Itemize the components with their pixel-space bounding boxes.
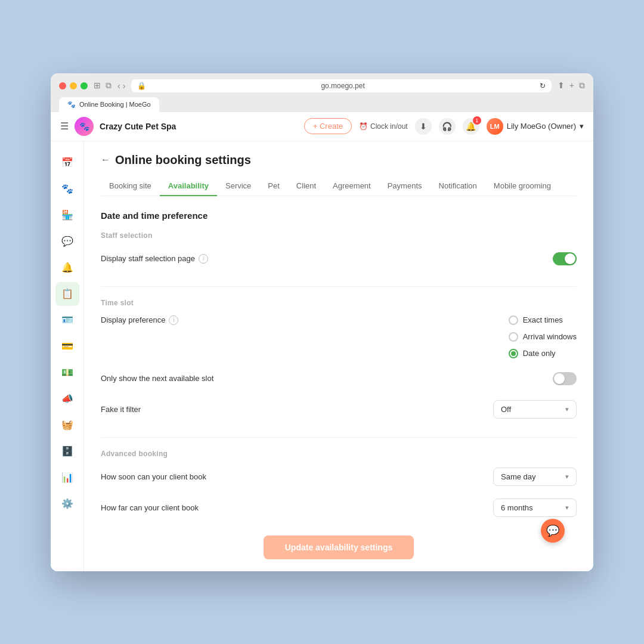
sidebar-toggle-icon[interactable]: ⊞ <box>94 80 101 91</box>
sidebar-item-dollar[interactable]: 💵 <box>55 361 79 385</box>
fake-it-filter-row: Fake it filter Off ▾ <box>101 399 577 420</box>
sidebar: 📅 🐾 🏪 💬 🔔 📋 🪪 💳 💵 📣 🧺 🗄️ 📊 ⚙️ <box>51 141 84 571</box>
radio-btn-exact-times[interactable] <box>509 315 518 325</box>
next-available-label: Only show the next available slot <box>101 374 213 383</box>
update-btn-row: Update availability settings <box>101 535 577 559</box>
sidebar-item-store[interactable]: 🏪 <box>55 203 79 227</box>
maximize-button[interactable] <box>80 82 88 89</box>
tabs-icon[interactable]: ⧉ <box>579 80 585 91</box>
radio-btn-date-only[interactable] <box>509 349 518 358</box>
section-title: Date and time preference <box>101 210 577 221</box>
new-tab-icon[interactable]: + <box>569 80 574 91</box>
sidebar-item-chart[interactable]: 📊 <box>55 466 79 490</box>
fake-it-filter-label: Fake it filter <box>101 405 141 414</box>
minimize-button[interactable] <box>70 82 77 89</box>
main-content: ← Online booking settings Booking site A… <box>84 141 593 571</box>
menu-icon[interactable]: ☰ <box>60 120 69 132</box>
radio-date-only[interactable]: Date only <box>509 349 577 358</box>
how-far-value: 6 months <box>501 503 532 512</box>
dropdown-arrow-icon: ▾ <box>565 405 569 413</box>
sidebar-item-bell[interactable]: 🔔 <box>55 256 79 280</box>
traffic-lights[interactable] <box>59 82 88 89</box>
how-far-dropdown-arrow-icon: ▾ <box>565 504 569 512</box>
nav-buttons[interactable]: ‹ › <box>117 81 125 91</box>
headset-icon-btn[interactable]: 🎧 <box>439 118 456 135</box>
tab-client[interactable]: Client <box>288 177 324 196</box>
display-staff-info-icon[interactable]: i <box>199 254 208 264</box>
browser-tab-bar: 🐾 Online Booking | MoeGo <box>59 97 585 112</box>
how-soon-value: Same day <box>501 472 536 481</box>
radio-btn-arrival-windows[interactable] <box>509 332 518 342</box>
display-preference-info-icon[interactable]: i <box>169 315 178 325</box>
business-name: Crazy Cute Pet Spa <box>100 122 176 131</box>
address-bar[interactable]: 🔒 go.moego.pet ↻ <box>131 79 551 92</box>
active-tab[interactable]: 🐾 Online Booking | MoeGo <box>59 97 159 112</box>
how-soon-dropdown-arrow-icon: ▾ <box>565 473 569 481</box>
forward-nav-icon[interactable]: › <box>123 81 126 91</box>
divider-2 <box>101 437 577 438</box>
display-preference-row: Display preference i Exact times <box>101 315 577 358</box>
reload-icon[interactable]: ↻ <box>540 82 546 90</box>
radio-inner-date-only <box>511 351 516 356</box>
clock-icon: ⏰ <box>359 122 368 131</box>
tab-favicon: 🐾 <box>67 101 76 109</box>
how-far-dropdown[interactable]: 6 months ▾ <box>493 499 577 517</box>
tab-pet[interactable]: Pet <box>259 177 288 196</box>
close-button[interactable] <box>59 82 66 89</box>
share-icon[interactable]: ⬆ <box>558 80 565 91</box>
next-available-toggle[interactable] <box>553 372 577 385</box>
tab-service[interactable]: Service <box>217 177 259 196</box>
content-wrapper: ← Online booking settings Booking site A… <box>101 153 577 559</box>
sidebar-item-pets[interactable]: 🐾 <box>55 177 79 201</box>
header-left: ☰ 🐾 Crazy Cute Pet Spa <box>60 117 176 136</box>
tab-agreement[interactable]: Agreement <box>324 177 379 196</box>
browser-icons: ⊞ ⧉ <box>94 80 112 91</box>
time-slot-group-label: Time slot <box>101 299 577 307</box>
how-soon-dropdown[interactable]: Same day ▾ <box>493 467 577 486</box>
lock-icon: 🔒 <box>137 82 146 90</box>
create-button[interactable]: + Create <box>304 118 352 134</box>
clock-in-out-button[interactable]: ⏰ Clock in/out <box>359 122 408 131</box>
user-menu[interactable]: LM Lily MoeGo (Owner) ▾ <box>487 118 584 135</box>
sidebar-item-settings[interactable]: ⚙️ <box>55 492 79 516</box>
sidebar-item-chat[interactable]: 💬 <box>55 230 79 253</box>
tab-notification[interactable]: Notification <box>431 177 485 196</box>
page-title: Online booking settings <box>115 153 251 167</box>
sidebar-item-archive[interactable]: 🗄️ <box>55 439 79 463</box>
tab-payments[interactable]: Payments <box>379 177 431 196</box>
divider-1 <box>101 286 577 287</box>
app-header: ☰ 🐾 Crazy Cute Pet Spa + Create ⏰ Clock … <box>51 112 593 141</box>
tab-availability[interactable]: Availability <box>160 177 217 196</box>
url-text[interactable]: go.moego.pet <box>150 82 535 90</box>
chat-bubble-button[interactable]: 💬 <box>541 519 565 543</box>
display-preference-label: Display preference i <box>101 315 178 325</box>
sidebar-item-laundry[interactable]: 🧺 <box>55 413 79 437</box>
radio-arrival-windows[interactable]: Arrival windows <box>509 332 577 342</box>
sidebar-item-id-card[interactable]: 🪪 <box>55 308 79 332</box>
sidebar-item-booking[interactable]: 📋 <box>55 282 79 306</box>
tab-icon[interactable]: ⧉ <box>106 80 112 91</box>
notification-bell-btn[interactable]: 🔔 1 <box>463 118 479 135</box>
radio-label-date-only: Date only <box>523 349 556 358</box>
next-available-toggle-thumb <box>554 373 565 384</box>
back-nav-icon[interactable]: ‹ <box>117 81 120 91</box>
notification-badge: 1 <box>473 116 481 125</box>
toggle-thumb <box>565 253 575 264</box>
download-icon-btn[interactable]: ⬇ <box>415 118 432 135</box>
display-staff-selection-toggle[interactable] <box>553 252 577 265</box>
how-far-label: How far can your client book <box>101 503 199 512</box>
time-slot-radio-group: Exact times Arrival windows <box>509 315 577 358</box>
tab-booking-site[interactable]: Booking site <box>101 177 160 196</box>
fake-it-filter-dropdown[interactable]: Off ▾ <box>493 400 577 419</box>
tab-mobile-grooming[interactable]: Mobile grooming <box>485 177 559 196</box>
tab-title: Online Booking | MoeGo <box>79 101 151 108</box>
radio-exact-times[interactable]: Exact times <box>509 315 577 325</box>
browser-actions: ⬆ + ⧉ <box>558 80 585 91</box>
sidebar-item-card[interactable]: 💳 <box>55 335 79 358</box>
chat-bubble-icon: 💬 <box>546 524 559 537</box>
sidebar-item-calendar[interactable]: 📅 <box>55 151 79 175</box>
sidebar-item-megaphone[interactable]: 📣 <box>55 387 79 411</box>
advanced-booking-group-label: Advanced booking <box>101 450 577 458</box>
update-availability-button[interactable]: Update availability settings <box>264 535 414 559</box>
back-arrow-icon[interactable]: ← <box>101 154 110 165</box>
